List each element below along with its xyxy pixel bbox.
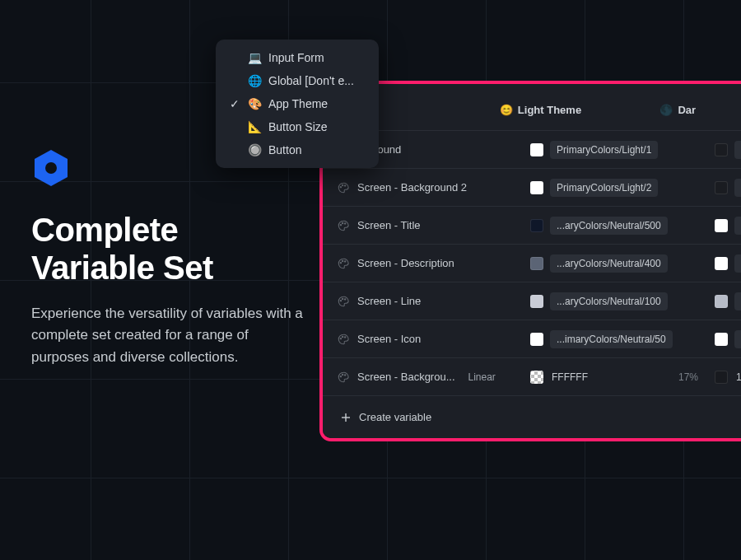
dark-value-cell[interactable]: . [708,292,741,310]
create-variable-button[interactable]: Create variable [323,395,741,438]
dropdown-item-label: Input Form [268,51,324,64]
table-row[interactable]: Screen - Icon...imaryColors/Neutral/50. [323,320,741,357]
svg-point-3 [342,184,343,185]
dark-value-cell[interactable]: F [708,141,741,159]
svg-point-2 [340,186,341,187]
dropdown-item[interactable]: 🌐Global [Don't e... [221,69,374,92]
dropdown-item[interactable]: ✓🎨App Theme [221,92,374,115]
color-swatch [715,219,728,232]
variable-name: Screen - Icon [357,333,421,345]
column-headers: 😊 Light Theme 🌑 Dar [323,84,741,130]
svg-point-19 [344,374,345,375]
color-swatch [715,371,728,384]
color-swatch [715,333,728,346]
collection-dropdown: 💻Input Form🌐Global [Don't e...✓🎨App Them… [216,40,379,168]
palette-icon [338,334,349,345]
create-variable-label: Create variable [359,411,431,423]
color-token-pill: ...aryColors/Neutral/100 [550,292,668,310]
color-token-pill: ...aryColors/Neutral/400 [550,254,668,273]
svg-point-7 [344,222,345,223]
color-token-pill: PrimaryColors/Light/2 [550,179,658,197]
hero-section: Complete Variable Set Experience the ver… [31,148,303,368]
table-row[interactable]: Screen - Description...aryColors/Neutral… [323,244,741,282]
palette-icon [338,220,349,231]
color-token-pill: . [734,292,741,310]
svg-point-1 [45,162,57,174]
light-value-cell[interactable]: ...imaryColors/Neutral/50 [520,330,708,348]
svg-point-10 [344,260,345,261]
palette-icon [338,371,349,383]
table-row[interactable]: - BackgroundPrimaryColors/Light/1F [323,130,741,168]
variables-panel: 😊 Light Theme 🌑 Dar - BackgroundPrimaryC… [319,81,741,441]
color-swatch [530,371,543,384]
dropdown-item-label: Global [Don't e... [268,74,354,87]
variable-name: Screen - Title [357,219,421,231]
table-row[interactable]: Screen - Background 2PrimaryColors/Light… [323,168,741,206]
color-swatch [530,181,543,194]
color-swatch [530,295,543,308]
light-value-cell[interactable]: FFFFFF 17% [520,371,708,384]
variable-name: Screen - Backgrou... [357,371,455,383]
column-label: Dar [678,104,696,116]
dark-value-cell[interactable]: . [708,330,741,348]
column-light-theme[interactable]: 😊 Light Theme [490,104,650,116]
light-theme-emoji-icon: 😊 [500,104,513,116]
color-token-pill: . [734,217,741,235]
collection-emoji-icon: 🔘 [247,143,262,156]
palette-icon [338,258,349,269]
svg-point-15 [342,336,343,337]
color-token-pill: F [734,179,741,197]
dropdown-item[interactable]: 📐Button Size [221,115,374,138]
color-token-pill: . [734,254,741,273]
light-value-cell[interactable]: PrimaryColors/Light/2 [520,179,708,197]
svg-point-8 [340,262,341,263]
svg-point-13 [344,298,345,299]
hero-title: Complete Variable Set [31,211,303,287]
dark-value-cell[interactable]: . [708,217,741,235]
hero-description: Experience the versatility of variables … [31,303,303,368]
table-row[interactable]: Screen - Backgrou... Linear FFFFFF 17% 1… [323,357,741,395]
column-label: Light Theme [518,104,581,116]
dark-value-cell[interactable]: 18 [708,371,741,384]
svg-point-5 [340,224,341,225]
check-icon: ✓ [229,97,240,110]
color-token-pill: F [734,141,741,159]
table-row[interactable]: Screen - Title...aryColors/Neutral/500. [323,206,741,244]
light-value-cell[interactable]: PrimaryColors/Light/1 [520,141,708,159]
collection-emoji-icon: 📐 [247,120,262,133]
color-swatch [530,143,543,156]
variable-name: Screen - Line [357,295,421,307]
column-dark-theme[interactable]: 🌑 Dar [650,104,741,116]
dropdown-item-label: App Theme [268,97,328,110]
dark-value-cell[interactable]: . [708,254,741,273]
svg-point-18 [342,374,343,375]
color-swatch [715,143,728,156]
svg-point-17 [340,376,341,376]
dark-value-cell[interactable]: F [708,179,741,197]
light-value-cell[interactable]: ...aryColors/Neutral/400 [520,254,708,273]
palette-icon [338,182,349,194]
svg-point-12 [342,298,343,299]
brand-hexagon-icon [31,148,71,188]
dark-theme-emoji-icon: 🌑 [659,104,673,116]
color-token-pill: . [734,330,741,348]
light-value-cell[interactable]: ...aryColors/Neutral/100 [520,292,708,310]
color-swatch [530,333,543,346]
dropdown-item-label: Button [268,143,301,156]
light-value-cell[interactable]: ...aryColors/Neutral/500 [520,217,708,235]
color-token-pill: ...imaryColors/Neutral/50 [550,330,673,348]
variable-name: Screen - Background 2 [357,181,467,194]
svg-point-6 [342,222,343,223]
variable-name: Screen - Description [357,257,454,269]
dropdown-item[interactable]: 🔘Button [221,138,374,161]
svg-point-16 [344,336,345,337]
dropdown-item[interactable]: 💻Input Form [221,46,374,69]
table-row[interactable]: Screen - Line...aryColors/Neutral/100. [323,282,741,320]
collection-emoji-icon: 💻 [247,51,262,64]
svg-point-9 [342,260,343,261]
color-swatch [530,219,543,232]
color-swatch [715,295,728,308]
opacity-percent: 17% [678,371,698,383]
color-swatch [530,257,543,270]
color-token-pill: PrimaryColors/Light/1 [550,141,658,159]
